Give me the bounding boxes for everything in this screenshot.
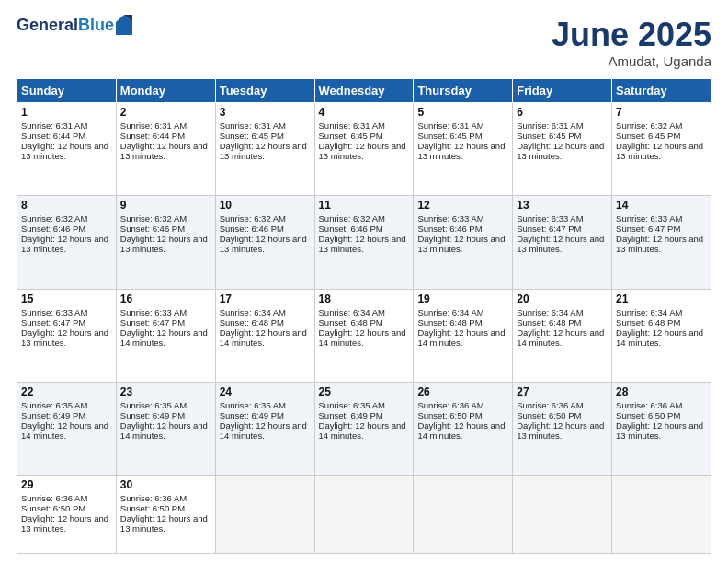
day-number: 6 bbox=[517, 106, 608, 119]
day-number: 19 bbox=[417, 293, 508, 305]
sunset-label: Sunset: 6:50 PM bbox=[616, 410, 680, 420]
day-number: 7 bbox=[616, 106, 707, 119]
daylight-label: Daylight: 12 hours and 14 minutes. bbox=[220, 420, 307, 441]
sunset-label: Sunset: 6:45 PM bbox=[417, 131, 482, 141]
table-row: 30Sunrise: 6:36 AMSunset: 6:50 PMDayligh… bbox=[116, 476, 215, 554]
table-row: 22Sunrise: 6:35 AMSunset: 6:49 PMDayligh… bbox=[17, 382, 117, 475]
daylight-label: Daylight: 12 hours and 13 minutes. bbox=[616, 141, 703, 161]
sunrise-label: Sunrise: 6:36 AM bbox=[21, 493, 87, 503]
header-row: Sunday Monday Tuesday Wednesday Thursday… bbox=[17, 78, 711, 102]
day-number: 24 bbox=[220, 385, 311, 398]
sunrise-label: Sunrise: 6:33 AM bbox=[616, 213, 682, 224]
day-number: 26 bbox=[417, 385, 508, 398]
daylight-label: Daylight: 12 hours and 14 minutes. bbox=[417, 420, 505, 441]
daylight-label: Daylight: 12 hours and 14 minutes. bbox=[120, 420, 208, 441]
table-row: 24Sunrise: 6:35 AMSunset: 6:49 PMDayligh… bbox=[215, 382, 314, 475]
daylight-label: Daylight: 12 hours and 14 minutes. bbox=[517, 327, 604, 348]
sunset-label: Sunset: 6:48 PM bbox=[220, 317, 284, 327]
table-row: 18Sunrise: 6:34 AMSunset: 6:48 PMDayligh… bbox=[314, 289, 414, 382]
daylight-label: Daylight: 12 hours and 13 minutes. bbox=[517, 141, 604, 161]
table-row: 15Sunrise: 6:33 AMSunset: 6:47 PMDayligh… bbox=[17, 289, 117, 382]
daylight-label: Daylight: 12 hours and 13 minutes. bbox=[21, 513, 108, 534]
logo-text: GeneralBlue bbox=[17, 17, 114, 35]
table-row: 10Sunrise: 6:32 AMSunset: 6:46 PMDayligh… bbox=[215, 196, 314, 289]
table-row: 7Sunrise: 6:32 AMSunset: 6:45 PMDaylight… bbox=[612, 102, 711, 195]
table-row: 16Sunrise: 6:33 AMSunset: 6:47 PMDayligh… bbox=[116, 289, 215, 382]
table-row: 11Sunrise: 6:32 AMSunset: 6:46 PMDayligh… bbox=[314, 196, 414, 289]
col-wednesday: Wednesday bbox=[314, 78, 414, 102]
sunrise-label: Sunrise: 6:32 AM bbox=[319, 213, 385, 224]
daylight-label: Daylight: 12 hours and 13 minutes. bbox=[220, 234, 307, 254]
col-tuesday: Tuesday bbox=[215, 78, 314, 102]
day-number: 12 bbox=[417, 199, 508, 212]
sunset-label: Sunset: 6:46 PM bbox=[319, 224, 383, 234]
day-number: 5 bbox=[417, 106, 508, 119]
daylight-label: Daylight: 12 hours and 13 minutes. bbox=[120, 234, 208, 254]
daylight-label: Daylight: 12 hours and 14 minutes. bbox=[319, 327, 406, 348]
sunrise-label: Sunrise: 6:36 AM bbox=[417, 400, 483, 410]
day-number: 16 bbox=[120, 293, 211, 305]
table-row: 8Sunrise: 6:32 AMSunset: 6:46 PMDaylight… bbox=[17, 196, 117, 289]
day-number: 21 bbox=[616, 293, 707, 305]
table-row: 21Sunrise: 6:34 AMSunset: 6:48 PMDayligh… bbox=[612, 289, 711, 382]
sunrise-label: Sunrise: 6:36 AM bbox=[120, 493, 187, 503]
day-number: 28 bbox=[616, 385, 707, 398]
sunrise-label: Sunrise: 6:32 AM bbox=[220, 213, 286, 224]
table-row bbox=[414, 476, 513, 554]
calendar-page: GeneralBlue June 2025 Amudat, Uganda Sun… bbox=[0, 0, 728, 563]
sunset-label: Sunset: 6:46 PM bbox=[417, 224, 482, 234]
daylight-label: Daylight: 12 hours and 13 minutes. bbox=[417, 141, 505, 161]
daylight-label: Daylight: 12 hours and 13 minutes. bbox=[220, 141, 307, 161]
day-number: 25 bbox=[319, 385, 410, 398]
sunrise-label: Sunrise: 6:31 AM bbox=[21, 121, 87, 131]
sunset-label: Sunset: 6:48 PM bbox=[616, 317, 680, 327]
logo: GeneralBlue bbox=[17, 17, 132, 35]
sunrise-label: Sunrise: 6:34 AM bbox=[517, 307, 583, 317]
day-number: 8 bbox=[21, 199, 112, 212]
day-number: 10 bbox=[220, 199, 311, 212]
sunset-label: Sunset: 6:49 PM bbox=[319, 410, 383, 420]
daylight-label: Daylight: 12 hours and 14 minutes. bbox=[120, 327, 208, 348]
sunset-label: Sunset: 6:47 PM bbox=[21, 317, 85, 327]
month-title: June 2025 bbox=[552, 17, 711, 53]
sunrise-label: Sunrise: 6:33 AM bbox=[120, 307, 187, 317]
sunrise-label: Sunrise: 6:35 AM bbox=[220, 400, 286, 410]
table-row: 9Sunrise: 6:32 AMSunset: 6:46 PMDaylight… bbox=[116, 196, 215, 289]
day-number: 4 bbox=[319, 106, 410, 119]
daylight-label: Daylight: 12 hours and 13 minutes. bbox=[21, 327, 108, 348]
table-row: 4Sunrise: 6:31 AMSunset: 6:45 PMDaylight… bbox=[314, 102, 414, 195]
day-number: 9 bbox=[120, 199, 211, 212]
sunrise-label: Sunrise: 6:34 AM bbox=[319, 307, 385, 317]
sunset-label: Sunset: 6:50 PM bbox=[417, 410, 482, 420]
sunset-label: Sunset: 6:46 PM bbox=[120, 224, 185, 234]
sunrise-label: Sunrise: 6:35 AM bbox=[120, 400, 187, 410]
table-row: 25Sunrise: 6:35 AMSunset: 6:49 PMDayligh… bbox=[314, 382, 414, 475]
table-row: 23Sunrise: 6:35 AMSunset: 6:49 PMDayligh… bbox=[116, 382, 215, 475]
table-row: 13Sunrise: 6:33 AMSunset: 6:47 PMDayligh… bbox=[513, 196, 612, 289]
daylight-label: Daylight: 12 hours and 13 minutes. bbox=[120, 513, 208, 534]
daylight-label: Daylight: 12 hours and 13 minutes. bbox=[319, 234, 406, 254]
day-number: 2 bbox=[120, 106, 211, 119]
daylight-label: Daylight: 12 hours and 13 minutes. bbox=[616, 234, 703, 254]
table-row: 26Sunrise: 6:36 AMSunset: 6:50 PMDayligh… bbox=[414, 382, 513, 475]
sunset-label: Sunset: 6:48 PM bbox=[517, 317, 581, 327]
day-number: 11 bbox=[319, 199, 410, 212]
sunrise-label: Sunrise: 6:31 AM bbox=[220, 121, 286, 131]
daylight-label: Daylight: 12 hours and 14 minutes. bbox=[319, 420, 406, 441]
table-row: 17Sunrise: 6:34 AMSunset: 6:48 PMDayligh… bbox=[215, 289, 314, 382]
table-row: 28Sunrise: 6:36 AMSunset: 6:50 PMDayligh… bbox=[612, 382, 711, 475]
daylight-label: Daylight: 12 hours and 13 minutes. bbox=[616, 420, 703, 441]
calendar-table: Sunday Monday Tuesday Wednesday Thursday… bbox=[17, 78, 711, 554]
sunset-label: Sunset: 6:50 PM bbox=[120, 503, 185, 513]
day-number: 29 bbox=[21, 478, 112, 491]
table-row: 29Sunrise: 6:36 AMSunset: 6:50 PMDayligh… bbox=[17, 476, 117, 554]
daylight-label: Daylight: 12 hours and 14 minutes. bbox=[220, 327, 307, 348]
col-thursday: Thursday bbox=[414, 78, 513, 102]
sunset-label: Sunset: 6:49 PM bbox=[120, 410, 185, 420]
sunrise-label: Sunrise: 6:31 AM bbox=[417, 121, 483, 131]
sunrise-label: Sunrise: 6:32 AM bbox=[21, 213, 87, 224]
sunrise-label: Sunrise: 6:33 AM bbox=[21, 307, 87, 317]
sunset-label: Sunset: 6:50 PM bbox=[21, 503, 85, 513]
col-friday: Friday bbox=[513, 78, 612, 102]
logo-icon bbox=[116, 15, 132, 35]
